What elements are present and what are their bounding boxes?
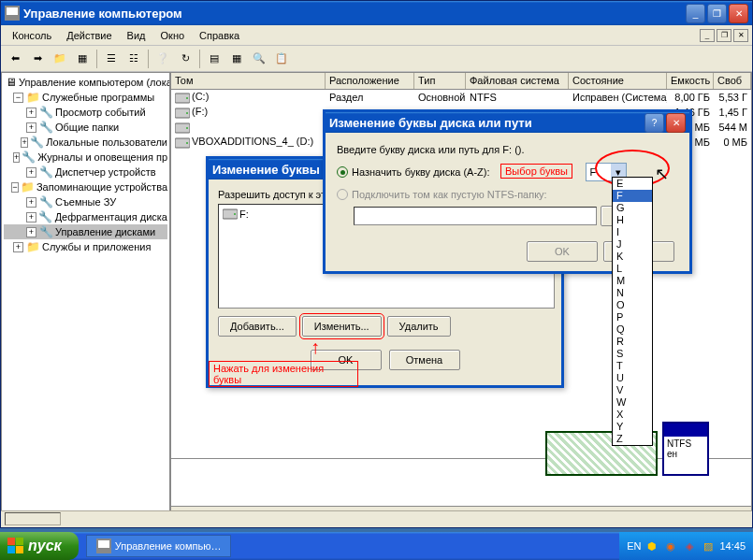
close-button[interactable]: ✕ (729, 4, 748, 23)
titlebar[interactable]: Управление компьютером _ ❐ ✕ (1, 1, 752, 25)
expand-icon[interactable]: + (26, 212, 36, 223)
expand-icon[interactable]: + (26, 167, 36, 178)
props2-button[interactable]: ☷ (123, 49, 144, 69)
tree-item[interactable]: +🔧Дефрагментация диска (4, 209, 167, 224)
network-icon[interactable]: ◈ (682, 538, 697, 553)
menu-window[interactable]: Окно (153, 28, 193, 43)
add-button[interactable]: Добавить... (218, 316, 297, 337)
forward-button[interactable]: ➡ (27, 49, 48, 69)
dropdown-option[interactable]: E (613, 178, 652, 190)
column-header[interactable]: Тип (414, 73, 466, 89)
up-button[interactable]: 📁 (50, 49, 70, 69)
tree-item[interactable]: +🔧Локальные пользователи (4, 135, 167, 150)
language-indicator[interactable]: EN (627, 540, 641, 552)
dropdown-option[interactable]: Z (613, 433, 652, 445)
mdi-restore[interactable]: ❐ (717, 29, 731, 42)
expand-icon[interactable]: − (11, 182, 19, 193)
column-header[interactable]: Емкость (667, 73, 714, 89)
taskbar-app-button[interactable]: Управление компью… (86, 535, 232, 557)
dropdown-option[interactable]: N (613, 287, 652, 299)
view3-button[interactable]: 🔍 (249, 49, 269, 69)
ok-button[interactable]: OK (527, 241, 598, 262)
menu-view[interactable]: Вид (120, 28, 153, 43)
shield-icon[interactable]: ⬢ (644, 538, 659, 553)
tree-group[interactable]: −📁Запоминающие устройства (4, 179, 167, 194)
dropdown-option[interactable]: O (613, 299, 652, 311)
start-button[interactable]: пуск (0, 532, 79, 560)
remove-button[interactable]: Удалить (387, 316, 451, 337)
dropdown-option[interactable]: I (613, 226, 652, 238)
volume-row[interactable]: (C:)РазделОсновнойNTFSИсправен (Система)… (171, 90, 751, 105)
dropdown-option[interactable]: Q (613, 323, 652, 336)
tree-item[interactable]: +🔧Общие папки (4, 120, 167, 135)
dropdown-option[interactable]: U (613, 372, 652, 384)
menu-action[interactable]: Действие (59, 28, 119, 43)
props-button[interactable]: ☰ (101, 49, 122, 69)
tree-group[interactable]: −📁Служебные программы (4, 90, 167, 105)
back-button[interactable]: ⬅ (5, 49, 25, 69)
expand-icon[interactable]: + (26, 227, 36, 237)
minimize-button[interactable]: _ (686, 4, 705, 23)
dropdown-option[interactable]: M (613, 275, 652, 287)
close-button[interactable]: ✕ (666, 113, 686, 133)
dropdown-option[interactable]: G (613, 202, 652, 214)
tree-item[interactable]: +🔧Просмотр событий (4, 105, 167, 120)
mdi-close[interactable]: ✕ (733, 29, 748, 42)
expand-icon[interactable]: + (26, 122, 36, 133)
expand-icon[interactable]: + (13, 242, 23, 252)
tree-item[interactable]: +🔧Управление дисками (4, 224, 167, 239)
show-button[interactable]: ▦ (72, 49, 93, 69)
view4-button[interactable]: 📋 (271, 49, 292, 69)
dropdown-option[interactable]: H (613, 214, 652, 226)
column-header[interactable]: Файловая система (466, 73, 569, 89)
dropdown-option[interactable]: R (613, 336, 652, 348)
update-icon[interactable]: ◉ (663, 538, 678, 553)
tree-root[interactable]: 🖥Управление компьютером (локальным) (4, 75, 167, 90)
radio-assign-letter[interactable] (337, 166, 348, 178)
dialog2-titlebar[interactable]: Изменение буквы диска или пути ? ✕ (326, 112, 689, 133)
letter-dropdown[interactable]: EFGHIJKLMNOPQRSTUVWXYZ (612, 177, 653, 446)
dropdown-option[interactable]: P (613, 311, 652, 323)
partition-block[interactable]: NTFSен (662, 422, 709, 476)
dropdown-option[interactable]: S (613, 348, 652, 360)
help-button[interactable]: ❔ (152, 49, 173, 69)
column-header[interactable]: Расположение (326, 73, 414, 89)
view1-button[interactable]: ▤ (204, 49, 224, 69)
menu-help[interactable]: Справка (192, 28, 247, 43)
refresh-button[interactable]: ↻ (175, 49, 195, 69)
dropdown-option[interactable]: X (613, 409, 652, 421)
column-header[interactable]: Том (171, 73, 326, 89)
dropdown-option[interactable]: Y (613, 421, 652, 433)
cancel-button[interactable]: Отмена (389, 350, 460, 370)
dropdown-option[interactable]: V (613, 384, 652, 396)
column-header[interactable]: Состояние (569, 73, 667, 89)
dropdown-option[interactable]: L (613, 263, 652, 275)
svg-rect-13 (16, 538, 23, 545)
maximize-button[interactable]: ❐ (707, 4, 727, 23)
dropdown-option[interactable]: T (613, 360, 652, 372)
tree-group[interactable]: +📁Службы и приложения (4, 239, 167, 254)
help-button[interactable]: ? (644, 113, 664, 133)
dropdown-option[interactable]: W (613, 396, 652, 409)
tree-item[interactable]: +🔧Журналы и оповещения пр (4, 150, 167, 165)
dropdown-option[interactable]: F (613, 190, 652, 202)
mdi-minimize[interactable]: _ (700, 29, 715, 42)
system-tray[interactable]: EN ⬢ ◉ ◈ ▨ 14:45 (619, 532, 753, 560)
change-button[interactable]: Изменить... (302, 316, 382, 337)
tree-item[interactable]: +🔧Диспетчер устройств (4, 165, 167, 179)
expand-icon[interactable]: + (13, 152, 20, 163)
dropdown-option[interactable]: K (613, 251, 652, 263)
expand-icon[interactable]: + (26, 197, 36, 208)
column-header[interactable]: Своб (714, 73, 751, 89)
folder-icon: 📁 (25, 239, 40, 254)
expand-icon[interactable]: + (21, 137, 28, 148)
ok-button[interactable]: OK (311, 350, 382, 370)
clock[interactable]: 14:45 (719, 540, 746, 552)
view2-button[interactable]: ▦ (226, 49, 247, 69)
expand-icon[interactable]: − (13, 93, 23, 103)
expand-icon[interactable]: + (26, 108, 36, 118)
dropdown-option[interactable]: J (613, 238, 652, 251)
menu-console[interactable]: Консоль (5, 28, 59, 43)
device-icon[interactable]: ▨ (701, 538, 716, 553)
tree-item[interactable]: +🔧Съемные ЗУ (4, 194, 167, 209)
